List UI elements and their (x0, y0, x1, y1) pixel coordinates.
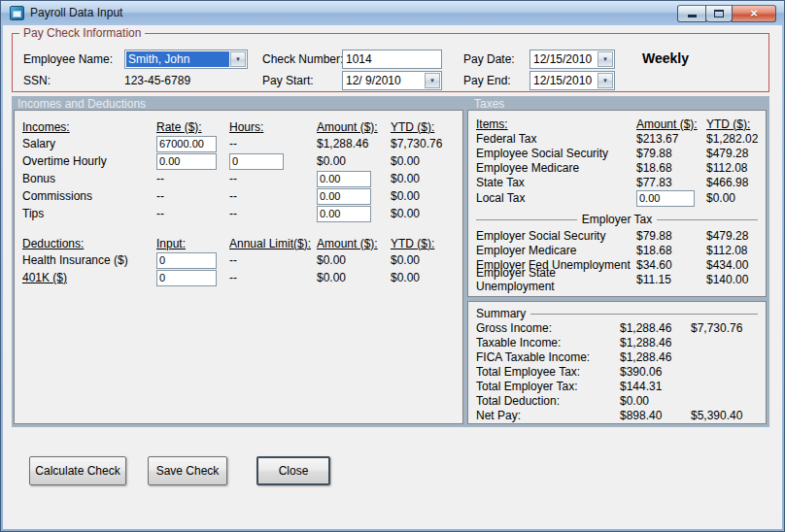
employer-state-unemployment-label: Employer State Unemployment (476, 266, 636, 293)
commissions-hours: -- (229, 189, 317, 203)
net-pay-label: Net Pay: (476, 409, 620, 422)
employer-ss-amount: $79.88 (636, 229, 706, 243)
federal-tax-label: Federal Tax (476, 132, 636, 146)
state-tax-label: State Tax (476, 176, 636, 189)
total-deduction-amount: $0.00 (620, 394, 691, 408)
window-controls: × (678, 5, 776, 22)
tips-hours: -- (229, 207, 317, 220)
overtime-ytd: $0.00 (391, 154, 462, 168)
employee-name-label: Employee Name: (23, 52, 113, 66)
salary-rate-input[interactable] (156, 136, 217, 152)
tax-row-employer-medicare: Employer Medicare $18.68 $112.08 (476, 243, 766, 257)
deductions-header-row: Deductions: Input: Annual Limit($): Amou… (22, 235, 462, 251)
bonus-rate: -- (156, 172, 229, 185)
summary-row-fica: FICA Taxable Income: $1,288.46 (476, 349, 758, 364)
tax-ytd-header: YTD ($): (706, 117, 766, 131)
employee-name-value: Smith, John (126, 51, 229, 67)
employer-medicare-amount: $18.68 (636, 244, 706, 257)
pay-date-value: 12/15/2010 (531, 51, 597, 67)
deduction-ytd-header: YTD ($): (391, 237, 462, 250)
close-window-button[interactable]: × (732, 5, 776, 22)
health-insurance-limit: -- (229, 253, 317, 267)
income-row-bonus: Bonus -- -- $0.00 (22, 170, 462, 187)
overtime-rate-input[interactable] (156, 153, 217, 170)
taxable-income-label: Taxable Income: (476, 336, 620, 349)
income-row-tips: Tips -- -- $0.00 (22, 205, 462, 222)
overtime-amount: $0.00 (317, 154, 391, 168)
paycheck-info-group-label: Pay Check Information (19, 26, 145, 40)
pay-date-dropdown-icon[interactable]: ▼ (597, 51, 613, 67)
taxes-panel: Items: Amount ($): YTD ($): Federal Tax … (467, 110, 767, 297)
titlebar[interactable]: Payroll Data Input × (1, 1, 784, 25)
k401-limit: -- (229, 271, 317, 284)
save-check-button[interactable]: Save Check (148, 456, 227, 485)
input-header: Input: (156, 237, 229, 250)
ssn-value: 123-45-6789 (124, 74, 190, 87)
fica-taxable-income-label: FICA Taxable Income: (476, 350, 620, 364)
pay-end-picker[interactable]: 12/15/2010 ▼ (529, 71, 615, 90)
overtime-label: Overtime Hourly (22, 154, 156, 168)
income-row-commissions: Commissions -- -- $0.00 (22, 187, 462, 205)
employee-ss-label: Employee Social Security (476, 147, 636, 160)
pay-start-picker[interactable]: 12/ 9/2010 ▼ (342, 71, 442, 90)
employer-ss-ytd: $479.28 (706, 229, 766, 243)
minimize-icon (688, 15, 697, 17)
sections-container: Incomes and Deductions Taxes Incomes: Ra… (12, 96, 769, 427)
overtime-hours-input[interactable] (229, 153, 284, 170)
summary-header-row: Summary (476, 307, 758, 320)
hours-header: Hours: (229, 120, 317, 134)
bonus-amount-input[interactable] (317, 171, 371, 187)
employee-name-dropdown-icon[interactable]: ▼ (230, 51, 246, 67)
tax-row-local: Local Tax $0.00 (476, 189, 766, 207)
summary-row-gross: Gross Income: $1,288.46 $7,730.76 (476, 320, 758, 335)
deduction-row-health-insurance: Health Insurance ($) -- $0.00 $0.00 (22, 251, 462, 269)
minimize-button[interactable] (677, 5, 706, 22)
employee-ss-amount: $79.88 (636, 147, 706, 160)
commissions-rate: -- (156, 189, 229, 203)
close-button[interactable]: Close (256, 456, 330, 485)
employee-medicare-ytd: $112.08 (706, 161, 766, 175)
pay-start-dropdown-icon[interactable]: ▼ (425, 73, 440, 88)
k401-input[interactable] (156, 270, 217, 286)
commissions-label: Commissions (22, 189, 156, 203)
tips-rate: -- (156, 207, 229, 220)
tips-amount-input[interactable] (317, 206, 371, 222)
taxable-income-amount: $1,288.46 (620, 336, 691, 349)
pay-end-dropdown-icon[interactable]: ▼ (597, 73, 613, 88)
pay-date-picker[interactable]: 12/15/2010 ▼ (529, 50, 615, 69)
commissions-amount-input[interactable] (317, 188, 371, 205)
amount-header: Amount ($): (317, 120, 391, 134)
federal-tax-amount: $213.67 (636, 132, 706, 146)
health-insurance-amount: $0.00 (317, 253, 391, 267)
calculate-check-button[interactable]: Calculate Check (29, 456, 126, 485)
check-number-input[interactable] (342, 50, 442, 69)
check-number-label: Check Number: (262, 52, 343, 66)
income-row-salary: Salary -- $1,288.46 $7,730.76 (22, 135, 462, 152)
total-employee-tax-amount: $390.06 (620, 365, 691, 379)
local-tax-input[interactable] (636, 190, 695, 207)
employer-state-unemployment-ytd: $140.00 (706, 273, 766, 286)
pay-end-label: Pay End: (463, 74, 511, 87)
pay-start-value: 12/ 9/2010 (344, 73, 424, 88)
k401-amount: $0.00 (317, 271, 391, 284)
salary-amount: $1,288.46 (317, 137, 391, 150)
separator-line-left (476, 219, 577, 220)
employer-fed-unemployment-amount: $34.60 (636, 258, 706, 272)
employee-name-combobox[interactable]: Smith, John ▼ (124, 50, 248, 69)
ssn-label: SSN: (23, 74, 51, 87)
state-tax-ytd: $466.98 (706, 176, 766, 189)
deduction-amount-header: Amount ($): (317, 237, 391, 250)
incomes-deductions-section-header: Incomes and Deductions (17, 97, 146, 111)
maximize-button[interactable] (705, 5, 733, 22)
tax-row-employer-state-unemployment: Employer State Unemployment $11.15 $140.… (476, 272, 766, 286)
incomes-header-row: Incomes: Rate ($): Hours: Amount ($): YT… (22, 118, 462, 135)
taxes-section-header: Taxes (474, 97, 504, 111)
total-employer-tax-amount: $144.31 (620, 380, 691, 393)
payroll-window: Payroll Data Input × Pay Check Informati… (0, 0, 785, 532)
health-insurance-input[interactable] (156, 252, 217, 269)
gross-income-label: Gross Income: (476, 321, 620, 335)
dialog-body: Pay Check Information Employee Name: Smi… (3, 25, 782, 529)
deductions-header: Deductions: (22, 237, 156, 250)
local-tax-ytd: $0.00 (706, 191, 766, 205)
commissions-ytd: $0.00 (391, 189, 462, 203)
